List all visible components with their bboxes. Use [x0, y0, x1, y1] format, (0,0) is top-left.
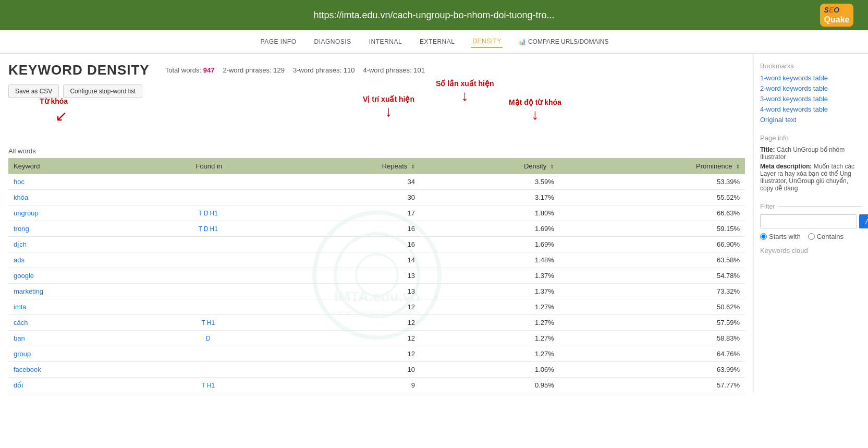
sidebar: Bookmarks 1-word keywords table2-word ke… [753, 54, 868, 393]
keyword-cell-link[interactable]: imta [14, 303, 27, 311]
four-word-phrases: 4-word phrases: 101 [363, 66, 425, 74]
nav-compare-label: COMPARE URLS/DOMAINS [528, 38, 608, 45]
keyword-cell: hoc [8, 174, 146, 190]
keyword-cell-link[interactable]: ban [14, 334, 25, 342]
bookmark-link[interactable]: 3-word keywords table [760, 95, 862, 103]
keyword-cell-link[interactable]: ads [14, 256, 25, 264]
annotation-so-lan: Số lần xuất hiện ↓ [436, 79, 494, 104]
table-row: banD121.27%58.83% [8, 331, 745, 346]
radio-contains-input[interactable] [808, 233, 815, 240]
prominence-sort-icon: ⇕ [736, 164, 740, 169]
bookmark-link[interactable]: 4-word keywords table [760, 105, 862, 113]
filter-title: Filter [760, 202, 862, 210]
keyword-cell: group [8, 346, 146, 362]
keyword-cell-link[interactable]: facebook [14, 366, 41, 373]
tag-link[interactable]: H1 [210, 225, 218, 233]
nav-compare[interactable]: 📊 COMPARE URLS/DOMAINS [518, 38, 608, 45]
density-cell: 1.37% [420, 284, 559, 299]
logo-quake: Quake [824, 15, 850, 24]
tag-link[interactable]: H1 [207, 319, 215, 326]
density-cell: 1.27% [420, 346, 559, 362]
prominence-cell: 63.99% [559, 362, 745, 378]
density-cell: 1.27% [420, 331, 559, 346]
radio-starts-with[interactable]: Starts with [760, 233, 801, 240]
logo: SEO Quake [816, 3, 858, 28]
radio-starts-with-input[interactable] [760, 233, 767, 240]
keyword-cell-link[interactable]: ungroup [14, 209, 39, 217]
bar-chart-icon: 📊 [518, 38, 526, 45]
page-info-meta-row: Meta description: Muốn tách các Layer ra… [760, 163, 862, 192]
tag-link[interactable]: D [206, 335, 211, 342]
found-in-header: Found in [195, 162, 222, 170]
bookmark-link[interactable]: 2-word keywords table [760, 84, 862, 92]
apply-button[interactable]: Apply [859, 214, 868, 228]
table-row: facebook101.06%63.99% [8, 362, 745, 378]
tag-link[interactable]: T [199, 225, 202, 233]
tu-khoa-text: Từ khóa [40, 97, 68, 105]
nav-diagnosis[interactable]: DIAGNOSIS [313, 36, 352, 47]
tag-link[interactable]: T [201, 382, 205, 389]
repeats-cell: 16 [272, 237, 420, 252]
keyword-cell-link[interactable]: google [14, 272, 34, 280]
found-in-cell [146, 237, 272, 252]
bookmark-link[interactable]: 1-word keywords table [760, 74, 862, 82]
nav-internal[interactable]: INTERNAL [368, 36, 403, 47]
density-cell: 0.95% [420, 378, 559, 393]
col-prominence[interactable]: Prominence ⇕ [559, 158, 745, 174]
keyword-cell-link[interactable]: đối [14, 381, 23, 389]
prominence-cell: 63.58% [559, 252, 745, 268]
logo-seo: SEO [824, 6, 840, 14]
keyword-cell-link[interactable]: hoc [14, 178, 25, 186]
col-density[interactable]: Density ⇕ [420, 158, 559, 174]
total-words-label-text: Total words: [165, 66, 201, 74]
tag-link[interactable]: T [201, 319, 205, 326]
keyword-cell-link[interactable]: dịch [14, 240, 27, 248]
found-in-cell [146, 190, 272, 205]
found-in-cell [146, 299, 272, 315]
three-word-phrases: 3-word phrases: 110 [293, 66, 355, 74]
tag-link[interactable]: D [204, 210, 209, 217]
keyword-header: Keyword [14, 162, 40, 170]
configure-stop-button[interactable]: Configure stop-word list [63, 84, 142, 98]
nav-external[interactable]: EXTERNAL [419, 36, 456, 47]
density-header: Density [524, 162, 546, 170]
table-row: dịch161.69%66.90% [8, 237, 745, 252]
table-row: google131.37%54.78% [8, 268, 745, 284]
keyword-cell-link[interactable]: group [14, 350, 31, 358]
radio-contains[interactable]: Contains [808, 233, 843, 240]
table-row: hoc343.59%53.39% [8, 174, 745, 190]
logo-inner: SEO Quake [820, 4, 854, 27]
density-cell: 1.80% [420, 205, 559, 221]
mat-do-1-text: Mật độ từ khóa [509, 98, 561, 106]
tag-link[interactable]: D [204, 225, 209, 233]
density-cell: 1.48% [420, 252, 559, 268]
sidebar-bookmarks: Bookmarks 1-word keywords table2-word ke… [760, 62, 862, 124]
tag-link[interactable]: T [199, 210, 202, 217]
tag-link[interactable]: H1 [210, 210, 218, 217]
filter-input[interactable] [760, 214, 857, 228]
table-row: đốiTH190.95%57.77% [8, 378, 745, 393]
table-row: ungroupTDH1171.80%66.63% [8, 205, 745, 221]
keyword-cell-link[interactable]: cách [14, 319, 28, 326]
density-cell: 1.69% [420, 221, 559, 237]
repeats-sort-icon: ⇕ [411, 164, 415, 169]
found-in-cell [146, 268, 272, 284]
save-csv-button[interactable]: Save as CSV [8, 84, 59, 98]
repeats-cell: 12 [272, 331, 420, 346]
keyword-cell: trong [8, 221, 146, 237]
annotation-mat-do-1: Mật độ từ khóa ↓ [509, 98, 561, 123]
repeats-cell: 12 [272, 346, 420, 362]
nav-density[interactable]: DENSITY [471, 35, 503, 48]
keywords-cloud-title: Keywords cloud [760, 247, 862, 255]
tag-link[interactable]: H1 [207, 382, 215, 389]
keyword-cell-link[interactable]: khóa [14, 193, 28, 201]
col-found-in: Found in [146, 158, 272, 174]
two-word-phrases: 2-word phrases: 129 [223, 66, 285, 74]
keyword-cell-link[interactable]: marketing [14, 287, 43, 295]
density-sort-icon: ⇕ [550, 164, 554, 169]
col-repeats[interactable]: Repeats ⇕ [272, 158, 420, 174]
keyword-cell-link[interactable]: trong [14, 225, 29, 233]
content-area: KEYWORD DENSITY Total words: 947 2-word … [0, 54, 753, 393]
bookmark-link[interactable]: Original text [760, 116, 862, 124]
nav-page-info[interactable]: PAGE INFO [260, 36, 298, 47]
